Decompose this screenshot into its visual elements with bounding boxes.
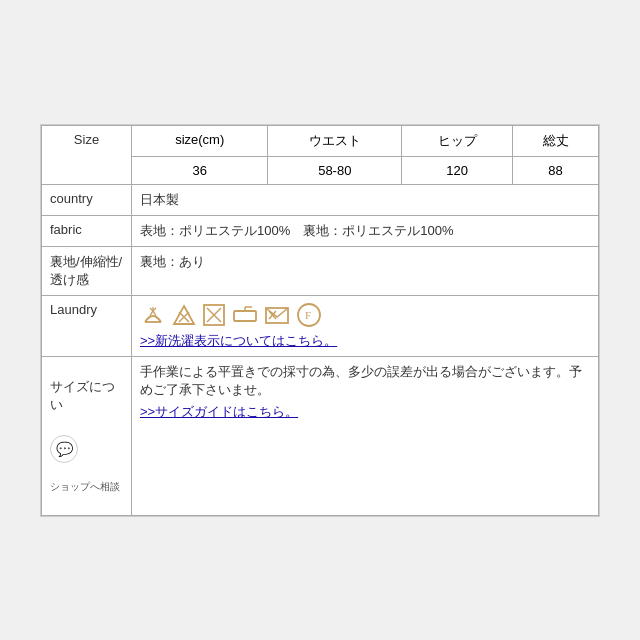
waist-value: 58-80 [268, 156, 402, 184]
size-label: Size [42, 125, 132, 184]
fabric-value: 表地：ポリエステル100% 裏地：ポリエステル100% [132, 215, 599, 246]
no-wet-clean-icon [264, 303, 290, 327]
laundry-cell: F >>新洗濯表示についてはこちら。 [132, 295, 599, 356]
svg-rect-9 [234, 311, 256, 321]
size-note-cell: 手作業による平置きでの採寸の為、多少の誤差が出る場合がございます。予めご了承下さ… [132, 356, 599, 515]
shop-chat-icon[interactable]: 💬 [50, 435, 78, 463]
dry-clean-f-icon: F [296, 302, 322, 328]
size-note-text: 手作業による平置きでの採寸の為、多少の誤差が出る場合がございます。予めご了承下さ… [140, 364, 582, 397]
svg-text:F: F [305, 309, 311, 321]
hip-header: ヒップ [402, 125, 513, 156]
fabric-row: fabric 表地：ポリエステル100% 裏地：ポリエステル100% [42, 215, 599, 246]
country-label: country [42, 184, 132, 215]
laundry-label: Laundry [42, 295, 132, 356]
size-note-label: サイズについ 💬 ショップへ相談 [42, 356, 132, 515]
laundry-icons: F [140, 302, 590, 328]
iron-icon [232, 303, 258, 327]
product-info-card: Size size(cm) ウエスト ヒップ 総丈 36 58-80 120 8… [40, 124, 600, 517]
size-guide-link[interactable]: >>サイズガイドはこちら。 [140, 403, 298, 421]
waist-header: ウエスト [268, 125, 402, 156]
lining-row: 裏地/伸縮性/透け感 裏地：あり [42, 246, 599, 295]
size-header-row: Size size(cm) ウエスト ヒップ 総丈 [42, 125, 599, 156]
country-row: country 日本製 [42, 184, 599, 215]
laundry-row: Laundry [42, 295, 599, 356]
svg-marker-3 [174, 306, 194, 324]
handwash-icon [140, 302, 166, 328]
size-value: 36 [132, 156, 268, 184]
total-value: 88 [513, 156, 599, 184]
shop-label: ショップへ相談 [50, 480, 123, 494]
lining-label: 裏地/伸縮性/透け感 [42, 246, 132, 295]
total-header: 総丈 [513, 125, 599, 156]
lining-value: 裏地：あり [132, 246, 599, 295]
hip-value: 120 [402, 156, 513, 184]
size-note-row: サイズについ 💬 ショップへ相談 手作業による平置きでの採寸の為、多少の誤差が出… [42, 356, 599, 515]
fabric-label: fabric [42, 215, 132, 246]
no-bleach-icon [172, 303, 196, 327]
no-tumble-icon [202, 303, 226, 327]
country-value: 日本製 [132, 184, 599, 215]
laundry-link[interactable]: >>新洗濯表示についてはこちら。 [140, 333, 337, 348]
size-cm-header: size(cm) [132, 125, 268, 156]
